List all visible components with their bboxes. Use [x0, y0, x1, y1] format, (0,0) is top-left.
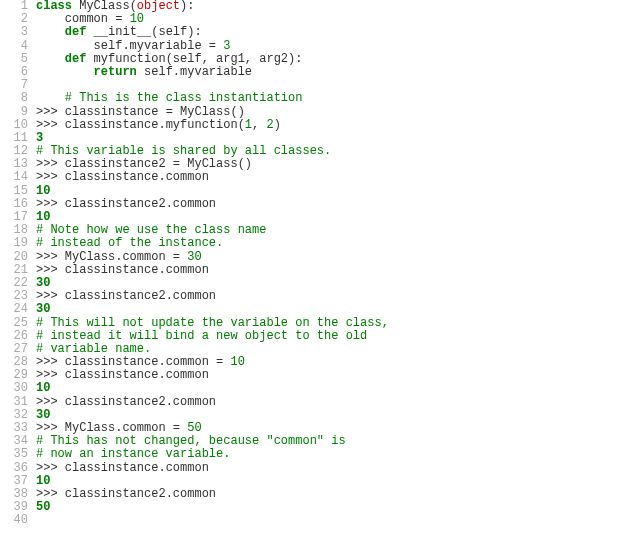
- token-name: [36, 91, 65, 105]
- token-base: object: [137, 0, 180, 13]
- token-prompt: >>>: [36, 395, 65, 409]
- token-name: self.myvariable: [137, 65, 252, 79]
- line-source: >>> classinstance.myfunction(1, 2): [36, 119, 641, 132]
- token-name: [36, 25, 65, 39]
- token-outnum: 30: [36, 302, 50, 316]
- token-name: ):: [180, 0, 194, 13]
- token-kw: return: [94, 65, 137, 79]
- line-number: 4: [0, 40, 36, 53]
- token-prompt: >>>: [36, 197, 65, 211]
- code-line: 29>>> classinstance.common: [0, 369, 641, 382]
- line-source: 50: [36, 501, 641, 514]
- code-line: 6 return self.myvariable: [0, 66, 641, 79]
- token-name: [36, 52, 65, 66]
- code-line: 31>>> classinstance2.common: [0, 396, 641, 409]
- token-cmt: # This has not changed, because "common"…: [36, 434, 346, 448]
- token-kw: class: [36, 0, 72, 13]
- code-line: 38>>> classinstance2.common: [0, 488, 641, 501]
- token-name: classinstance2 = MyClass(): [65, 157, 252, 171]
- token-prompt: >>>: [36, 487, 65, 501]
- token-cmt: # This will not update the variable on t…: [36, 316, 389, 330]
- code-listing: 1class MyClass(object):2 common = 103 de…: [0, 0, 641, 528]
- token-outnum: 3: [36, 131, 43, 145]
- token-name: __init__(self):: [86, 25, 201, 39]
- token-name: MyClass(: [72, 0, 137, 13]
- code-line: 36>>> classinstance.common: [0, 462, 641, 475]
- code-line: 40: [0, 514, 641, 527]
- line-number: 3: [0, 26, 36, 39]
- line-source: >>> classinstance.common: [36, 462, 641, 475]
- token-prompt: >>>: [36, 118, 65, 132]
- line-source: >>> classinstance.common: [36, 171, 641, 184]
- line-source: >>> classinstance.common: [36, 369, 641, 382]
- line-source: >>> classinstance.common: [36, 264, 641, 277]
- token-cmt: # instead of the instance.: [36, 236, 223, 250]
- token-outnum: 30: [36, 276, 50, 290]
- line-number: 2: [0, 13, 36, 26]
- code-line: 14>>> classinstance.common: [0, 171, 641, 184]
- token-prompt: >>>: [36, 368, 65, 382]
- token-prompt: >>>: [36, 250, 65, 264]
- code-line: 10>>> classinstance.myfunction(1, 2): [0, 119, 641, 132]
- line-number: 8: [0, 92, 36, 105]
- token-cmt: # variable name.: [36, 342, 151, 356]
- line-number: 35: [0, 448, 36, 461]
- token-prompt: >>>: [36, 170, 65, 184]
- token-name: self.myvariable =: [36, 39, 223, 53]
- line-number: 20: [0, 251, 36, 264]
- line-source: >>> classinstance2.common: [36, 488, 641, 501]
- line-number: 7: [0, 79, 36, 92]
- token-cmt: # Note how we use the class name: [36, 223, 266, 237]
- token-prompt: >>>: [36, 421, 65, 435]
- line-number: 37: [0, 475, 36, 488]
- token-cmt: # This variable is shared by all classes…: [36, 144, 331, 158]
- token-prompt: >>>: [36, 461, 65, 475]
- token-name: classinstance.common: [65, 263, 209, 277]
- line-number: 24: [0, 303, 36, 316]
- line-number: 5: [0, 53, 36, 66]
- token-outnum: 10: [36, 474, 50, 488]
- token-prompt: >>>: [36, 157, 65, 171]
- line-number: 9: [0, 106, 36, 119]
- token-kw: def: [65, 52, 87, 66]
- line-number: 15: [0, 185, 36, 198]
- code-line: 16>>> classinstance2.common: [0, 198, 641, 211]
- token-cmt: # This is the class instantiation: [65, 91, 303, 105]
- token-name: classinstance.common =: [65, 355, 231, 369]
- code-line: 21>>> classinstance.common: [0, 264, 641, 277]
- token-name: common =: [36, 12, 130, 26]
- token-name: classinstance.common: [65, 170, 209, 184]
- token-prompt: >>>: [36, 355, 65, 369]
- line-number: 1: [0, 0, 36, 13]
- line-number: 25: [0, 317, 36, 330]
- line-number: 6: [0, 66, 36, 79]
- token-name: MyClass.common =: [65, 250, 187, 264]
- token-name: ,: [252, 118, 266, 132]
- token-prompt: >>>: [36, 105, 65, 119]
- token-numlit: 30: [187, 250, 201, 264]
- token-name: classinstance2.common: [65, 289, 216, 303]
- token-name: classinstance2.common: [65, 487, 216, 501]
- token-cmt: # now an instance variable.: [36, 447, 230, 461]
- token-outnum: 10: [36, 210, 50, 224]
- token-outnum: 30: [36, 408, 50, 422]
- token-numlit: 1: [245, 118, 252, 132]
- token-name: classinstance.myfunction(: [65, 118, 245, 132]
- line-number: 19: [0, 237, 36, 250]
- token-numlit: 10: [230, 355, 244, 369]
- token-name: ): [274, 118, 281, 132]
- token-cmt: # instead it will bind a new object to t…: [36, 329, 367, 343]
- code-line: 3950: [0, 501, 641, 514]
- line-number: 21: [0, 264, 36, 277]
- line-source: >>> classinstance2.common: [36, 396, 641, 409]
- line-number: 26: [0, 330, 36, 343]
- line-number: 30: [0, 382, 36, 395]
- line-source: >>> classinstance2.common: [36, 290, 641, 303]
- line-source: >>> classinstance2.common: [36, 198, 641, 211]
- token-prompt: >>>: [36, 289, 65, 303]
- line-number: 31: [0, 396, 36, 409]
- token-name: classinstance2.common: [65, 395, 216, 409]
- line-number: 40: [0, 514, 36, 527]
- token-name: classinstance2.common: [65, 197, 216, 211]
- line-source: [36, 514, 641, 527]
